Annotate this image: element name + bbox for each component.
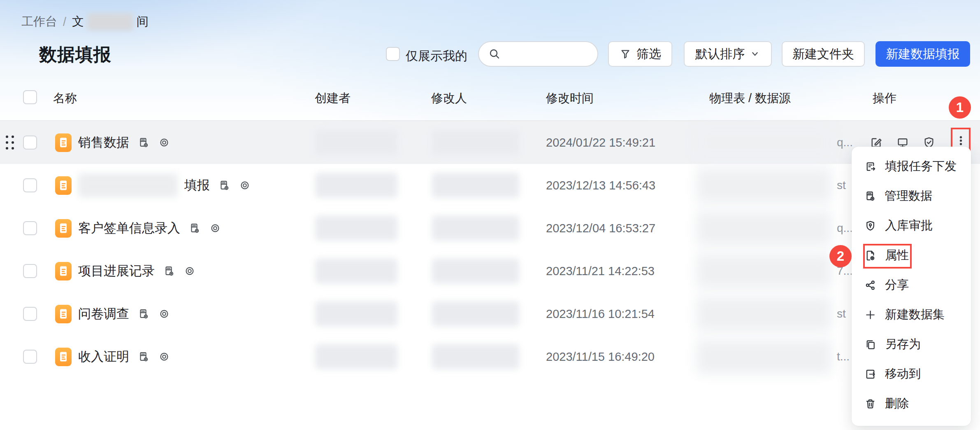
redacted-modifier	[432, 344, 519, 369]
new-data-entry-button[interactable]: 新建数据填报	[875, 41, 970, 67]
breadcrumb: 工作台 / 文 间	[21, 13, 149, 30]
menu-item-label: 删除	[885, 395, 909, 412]
select-all-checkbox[interactable]	[23, 90, 37, 104]
modified-time: 2023/11/15 16:49:20	[546, 350, 655, 364]
table-row[interactable]: 填报2023/12/13 14:56:43st	[0, 164, 980, 207]
data-entry-doc-icon	[55, 348, 72, 366]
header-modifier: 修改人	[431, 90, 467, 107]
row-name[interactable]: 项目进展记录	[78, 262, 155, 280]
row-checkbox[interactable]	[23, 264, 37, 278]
redacted-creator	[315, 130, 397, 155]
data-entry-doc-icon	[55, 133, 72, 152]
redacted-physical-source	[696, 339, 832, 374]
db-manage-icon[interactable]	[188, 222, 201, 234]
breadcrumb-separator: /	[63, 15, 66, 29]
chevron-down-icon	[750, 49, 760, 59]
funnel-icon	[619, 48, 632, 60]
modified-time: 2023/12/04 16:53:27	[546, 222, 655, 235]
menu-item-7[interactable]: 另存为	[852, 330, 971, 359]
task-send-icon	[864, 160, 877, 173]
modified-time: 2023/12/13 14:56:43	[546, 179, 655, 192]
redacted-physical-source	[696, 297, 832, 331]
redacted-physical-source	[696, 125, 832, 160]
eye-icon[interactable]	[239, 179, 251, 192]
row-name[interactable]: 销售数据	[78, 134, 129, 151]
filter-label: 筛选	[636, 46, 661, 63]
db-manage-icon[interactable]	[137, 136, 150, 149]
plus-icon	[864, 308, 877, 321]
breadcrumb-current[interactable]: 文 间	[72, 13, 149, 30]
new-folder-button[interactable]: 新建文件夹	[782, 41, 865, 67]
redacted-modifier	[432, 173, 519, 198]
menu-item-label: 管理数据	[885, 188, 932, 204]
row-name[interactable]: 收入证明	[78, 348, 129, 365]
row-name[interactable]: 问卷调查	[78, 305, 129, 322]
data-entry-doc-icon	[55, 219, 72, 238]
row-name-group: 销售数据	[55, 121, 170, 164]
table-row[interactable]: 客户签单信息录入2023/12/04 16:53:27q...	[0, 207, 980, 250]
physical-source-hint: q...	[837, 136, 853, 149]
filter-button[interactable]: 筛选	[608, 41, 672, 67]
redacted-creator	[315, 344, 397, 369]
header-modified-time: 修改时间	[546, 90, 594, 107]
row-checkbox[interactable]	[23, 136, 37, 150]
table-row[interactable]: 收入证明2023/11/15 16:49:20t...	[0, 335, 980, 378]
menu-item-1[interactable]: 填报任务下发	[852, 152, 971, 181]
menu-item-9[interactable]: 删除	[852, 389, 971, 418]
row-checkbox[interactable]	[23, 178, 37, 192]
data-entry-page: 工作台 / 文 间 数据填报 仅展示我的 筛选 默认排序	[0, 0, 980, 430]
physical-source-hint: st	[837, 179, 846, 192]
eye-icon[interactable]	[158, 351, 170, 363]
row-name-group: 问卷调查	[55, 292, 170, 335]
menu-item-3[interactable]: 入库审批	[852, 211, 971, 241]
menu-item-6[interactable]: 新建数据集	[852, 300, 971, 330]
db-manage-icon[interactable]	[218, 179, 230, 192]
header-physical-source: 物理表 / 数据源	[709, 90, 791, 107]
physical-source-hint: q...	[837, 222, 853, 235]
redacted-breadcrumb-text	[87, 13, 133, 30]
row-name[interactable]: 客户签单信息录入	[78, 220, 180, 237]
redacted-physical-source	[696, 254, 832, 288]
eye-icon[interactable]	[158, 136, 170, 149]
data-entry-doc-icon	[55, 262, 72, 280]
redacted-modifier	[432, 130, 519, 155]
menu-item-label: 分享	[885, 277, 909, 293]
row-checkbox[interactable]	[23, 350, 37, 364]
sort-button[interactable]: 默认排序	[684, 41, 772, 67]
search-input[interactable]	[501, 47, 585, 61]
share-icon	[864, 279, 877, 292]
db-manage-icon[interactable]	[163, 265, 175, 277]
db-manage-icon	[864, 190, 876, 202]
eye-icon[interactable]	[209, 222, 221, 234]
eye-icon[interactable]	[158, 308, 170, 320]
only-mine-label[interactable]: 仅展示我的	[406, 48, 467, 65]
physical-source-hint: t...	[837, 350, 850, 363]
context-menu-list: 填报任务下发管理数据入库审批属性分享新建数据集另存为移动到删除	[852, 152, 971, 418]
redacted-physical-source	[696, 168, 832, 203]
row-checkbox[interactable]	[23, 307, 37, 321]
menu-item-5[interactable]: 分享	[852, 270, 971, 300]
only-mine-checkbox[interactable]	[386, 47, 400, 61]
redacted-name-prefix	[78, 173, 178, 197]
eye-icon[interactable]	[183, 265, 196, 277]
search-box[interactable]	[478, 41, 598, 67]
db-manage-icon[interactable]	[137, 351, 150, 363]
menu-item-2[interactable]: 管理数据	[852, 181, 971, 211]
annotation-badge-2: 2	[829, 245, 852, 267]
row-checkbox[interactable]	[23, 221, 37, 235]
redacted-modifier	[432, 301, 519, 326]
table-row[interactable]: 销售数据2024/01/22 15:49:21q...	[0, 121, 980, 164]
menu-item-label: 移动到	[885, 366, 921, 382]
physical-source-hint: st	[837, 307, 846, 320]
menu-item-8[interactable]: 移动到	[852, 359, 971, 389]
table-row[interactable]: 问卷调查2023/11/16 10:21:54st	[0, 292, 980, 335]
new-folder-label: 新建文件夹	[792, 46, 854, 63]
db-manage-icon[interactable]	[137, 308, 150, 320]
row-name[interactable]: 填报	[184, 177, 210, 194]
menu-item-label: 新建数据集	[885, 306, 945, 323]
annotation-box-properties	[863, 244, 912, 269]
drag-handle-icon[interactable]	[6, 136, 14, 150]
breadcrumb-workbench[interactable]: 工作台	[21, 14, 57, 30]
redacted-creator	[315, 173, 397, 198]
modified-time: 2023/11/21 14:22:53	[546, 264, 655, 278]
